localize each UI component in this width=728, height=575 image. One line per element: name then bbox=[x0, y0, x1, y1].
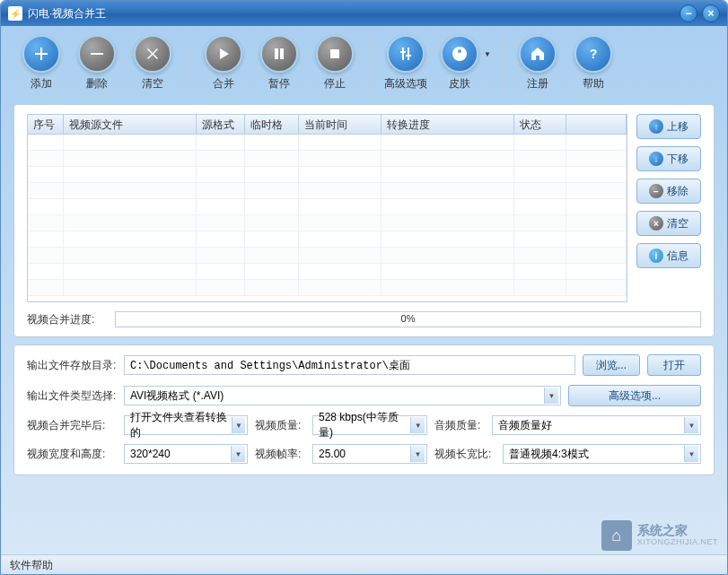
status-text: 软件帮助 bbox=[10, 559, 53, 571]
window-title: 闪电·视频合并王 bbox=[28, 6, 680, 22]
pause-icon bbox=[260, 35, 298, 73]
watermark-icon: ⌂ bbox=[601, 520, 632, 551]
clear-list-button[interactable]: ×清空 bbox=[636, 211, 701, 236]
output-type-label: 输出文件类型选择: bbox=[27, 388, 117, 404]
titlebar: ⚡ 闪电·视频合并王 − × bbox=[1, 1, 727, 26]
th-source[interactable]: 视频源文件 bbox=[64, 115, 197, 134]
list-panel: 序号 视频源文件 源格式 临时格式 当前时间 转换进度 状态 bbox=[13, 104, 715, 337]
aspect-select[interactable]: 普通视频4:3模式 ▼ bbox=[503, 444, 701, 464]
chevron-down-icon: ▼ bbox=[684, 446, 698, 462]
chevron-down-icon: ▼ bbox=[232, 417, 245, 433]
minus-icon: − bbox=[649, 184, 663, 198]
aquality-select[interactable]: 音频质量好 ▼ bbox=[492, 415, 701, 435]
table-body[interactable] bbox=[28, 135, 627, 301]
vquality-select[interactable]: 528 kbps(中等质量) ▼ bbox=[312, 415, 427, 435]
register-button[interactable]: 注册 bbox=[510, 33, 566, 93]
skin-icon bbox=[441, 35, 478, 73]
aspect-label: 视频长宽比: bbox=[434, 447, 496, 462]
skin-dropdown-arrow[interactable]: ▼ bbox=[484, 50, 491, 58]
info-icon: i bbox=[649, 248, 663, 263]
minus-icon bbox=[78, 35, 116, 73]
th-cur-time[interactable]: 当前时间 bbox=[299, 115, 382, 134]
close-button[interactable]: × bbox=[702, 4, 720, 22]
pause-button[interactable]: 暂停 bbox=[251, 33, 307, 93]
x-icon: × bbox=[649, 216, 663, 231]
sliders-icon bbox=[387, 35, 425, 73]
chevron-down-icon: ▼ bbox=[684, 417, 698, 433]
separator bbox=[370, 37, 371, 91]
output-type-select[interactable]: AVI视频格式 (*.AVI) ▼ bbox=[124, 386, 561, 405]
arrow-down-icon: ↓ bbox=[649, 152, 663, 166]
size-label: 视频宽度和高度: bbox=[27, 447, 117, 462]
info-button[interactable]: i信息 bbox=[636, 243, 701, 268]
remove-item-button[interactable]: −移除 bbox=[636, 179, 701, 204]
statusbar: 软件帮助 bbox=[1, 554, 727, 574]
chevron-down-icon: ▼ bbox=[410, 417, 425, 433]
th-index[interactable]: 序号 bbox=[28, 115, 64, 134]
chevron-down-icon: ▼ bbox=[544, 388, 558, 404]
chevron-down-icon: ▼ bbox=[410, 446, 425, 462]
advanced-options-button[interactable]: 高级选项... bbox=[568, 385, 701, 406]
merge-progress-text: 0% bbox=[401, 313, 416, 324]
merge-button[interactable]: 合并 bbox=[196, 33, 251, 93]
plus-icon bbox=[22, 35, 60, 73]
app-icon: ⚡ bbox=[8, 6, 22, 21]
stop-icon bbox=[316, 35, 354, 73]
size-select[interactable]: 320*240 ▼ bbox=[124, 444, 248, 464]
vquality-label: 视频质量: bbox=[255, 418, 305, 433]
fps-select[interactable]: 25.00 ▼ bbox=[312, 444, 427, 464]
skin-button[interactable]: 皮肤 bbox=[434, 33, 486, 93]
aquality-label: 音频质量: bbox=[434, 418, 485, 433]
fps-label: 视频帧率: bbox=[255, 447, 305, 462]
advanced-button[interactable]: 高级选项 bbox=[378, 33, 434, 93]
watermark: ⌂ 系统之家 XITONGZHIJIA.NET bbox=[601, 520, 718, 551]
output-dir-label: 输出文件存放目录: bbox=[27, 358, 117, 373]
toolbar: 添加 删除 清空 合并 暂停 停止 bbox=[1, 26, 727, 97]
play-icon bbox=[205, 35, 242, 73]
help-button[interactable]: ? 帮助 bbox=[566, 33, 621, 93]
question-icon: ? bbox=[575, 35, 612, 73]
separator bbox=[502, 37, 503, 91]
file-table[interactable]: 序号 视频源文件 源格式 临时格式 当前时间 转换进度 状态 bbox=[27, 114, 627, 302]
after-merge-label: 视频合并完毕后: bbox=[27, 418, 117, 433]
x-icon bbox=[134, 35, 171, 73]
output-dir-input[interactable] bbox=[124, 355, 575, 375]
browse-button[interactable]: 浏览... bbox=[583, 354, 640, 376]
remove-button[interactable]: 删除 bbox=[69, 33, 125, 93]
open-button[interactable]: 打开 bbox=[647, 354, 701, 376]
th-status[interactable]: 状态 bbox=[514, 115, 566, 134]
stop-button[interactable]: 停止 bbox=[307, 33, 363, 93]
after-merge-select[interactable]: 打开文件夹查看转换的 ▼ bbox=[124, 415, 248, 435]
table-header: 序号 视频源文件 源格式 临时格式 当前时间 转换进度 状态 bbox=[28, 115, 627, 135]
th-empty bbox=[566, 115, 627, 134]
chevron-down-icon: ▼ bbox=[231, 446, 245, 462]
home-icon bbox=[519, 35, 557, 73]
merge-progress-label: 视频合并进度: bbox=[27, 312, 108, 327]
separator bbox=[188, 37, 189, 91]
clear-button[interactable]: 清空 bbox=[125, 33, 180, 93]
move-up-button[interactable]: ↑上移 bbox=[636, 114, 701, 139]
merge-progress-bar: 0% bbox=[115, 311, 701, 327]
settings-panel: 输出文件存放目录: 浏览... 打开 输出文件类型选择: AVI视频格式 (*.… bbox=[13, 344, 715, 475]
th-tmp-format[interactable]: 临时格式 bbox=[245, 115, 299, 134]
svg-text:?: ? bbox=[590, 47, 598, 61]
arrow-up-icon: ↑ bbox=[649, 119, 663, 134]
add-button[interactable]: 添加 bbox=[13, 33, 69, 93]
move-down-button[interactable]: ↓下移 bbox=[636, 146, 701, 171]
th-progress[interactable]: 转换进度 bbox=[382, 115, 514, 134]
minimize-button[interactable]: − bbox=[680, 4, 697, 22]
th-src-format[interactable]: 源格式 bbox=[197, 115, 245, 134]
